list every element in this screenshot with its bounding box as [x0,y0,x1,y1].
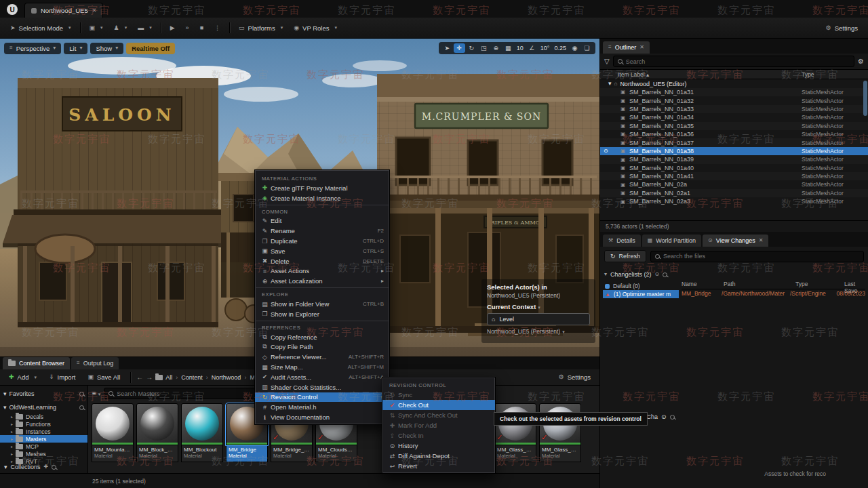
context-menu-item[interactable]: ❐ Show in Explorer [255,309,389,319]
submenu-item[interactable]: ⇪ Check In [382,430,495,441]
context-menu-item[interactable]: ⧉ Copy Reference [255,332,389,342]
search-icon[interactable] [79,392,84,396]
outliner-row[interactable]: SM_Barrels_NN_01a32 StaticMeshActor [600,96,868,104]
column-path[interactable]: Path [724,281,795,289]
outliner-tab[interactable]: Outliner [603,41,650,54]
rotation-snap-toggle[interactable] [526,43,538,53]
cinematics-button[interactable] [133,22,157,34]
outliner-scrollbar[interactable] [863,81,867,116]
submenu-item[interactable]: ⇅ Sync And Check Out [382,410,495,420]
context-menu-item[interactable]: ▦ Size Map... ALT+SHIFT+M [255,362,389,372]
context-menu-item[interactable]: ✚ Create glTF Proxy Material [255,183,389,193]
context-menu-item[interactable]: ❐ Duplicate CTRL+D [255,236,389,246]
close-tab-icon[interactable] [92,8,97,14]
grid-snap-value[interactable]: 10 [515,45,526,52]
folder-row[interactable]: Meshes [0,450,87,458]
submenu-item[interactable]: ↩ Revert [382,461,495,471]
eye-icon[interactable] [661,414,667,420]
lit-dropdown[interactable]: Lit [64,43,87,54]
play-options-button[interactable] [210,22,225,34]
outliner-row[interactable]: SM_Barrels_NN_01a35 StaticMeshActor [600,122,868,130]
rotate-tool[interactable] [466,43,477,53]
collections-section[interactable]: Collections [0,462,87,472]
outliner-row[interactable]: SM_Barrels_NN_01a41 StaticMeshActor [600,172,868,180]
changelists-header[interactable]: Changelists (2) [604,271,667,278]
breadcrumb-item[interactable]: Northwood [203,374,241,381]
outliner-settings-icon[interactable] [858,58,864,65]
move-tool[interactable] [454,43,465,53]
submenu-item[interactable]: ✚ Mark For Add [382,420,495,430]
folder-row[interactable]: Decals [0,413,87,420]
outliner-row[interactable]: SM_Barrels_NN_01a36 StaticMeshActor [600,130,868,138]
breadcrumb-item[interactable]: Content [172,374,203,381]
folder-row[interactable]: Masters [0,435,87,443]
context-menu-item[interactable]: # Open Material.h [255,402,389,412]
outliner-row[interactable]: SM_Barrels_NN_01a39 StaticMeshActor [600,155,868,163]
folder-row[interactable]: MCP [0,443,87,450]
selection-mode-dropdown[interactable]: Selection Mode [5,22,76,35]
search-icon[interactable] [52,465,56,470]
search-icon[interactable] [79,405,84,410]
changelist-row[interactable]: ▲ (1) Optimize master m [603,290,679,298]
context-menu-item[interactable]: ◈ Create Material Instance [255,193,389,203]
realtime-off-button[interactable]: Realtime Off [126,43,175,54]
context-menu-item[interactable]: ℹ View Documentation [255,412,389,422]
context-menu-item[interactable]: ↻ Revision Control [255,392,389,403]
context-menu-item[interactable]: ✖ Delete DELETE [255,256,389,266]
select-tool[interactable] [441,43,453,53]
outliner-row[interactable]: SM_Barrels_NN_02a1 StaticMeshActor [600,189,868,197]
asset-tile[interactable]: ✓ MM_Mountains_01a Material [92,403,134,462]
file-row[interactable]: MM_Bridge /Game/Northwood/Mater /Script/… [682,290,865,298]
changelist-row[interactable]: Default (0) [603,282,679,290]
perspective-dropdown[interactable]: Perspective [4,43,61,54]
outliner-row[interactable]: SM_Barrels_NN_01a40 StaticMeshActor [600,164,868,172]
outliner-row[interactable]: SM_Barrels_NN_01a33 StaticMeshActor [600,105,868,113]
column-item-label[interactable]: Item Label ▴ [618,71,802,78]
tab-output-log[interactable]: Output Log [71,357,119,369]
unreal-logo-icon[interactable]: U [7,4,18,15]
outliner-search-box[interactable] [613,56,854,67]
submenu-item[interactable]: ⇄ Diff Against Depot [382,451,495,461]
context-menu-item[interactable]: ✔ Audit Assets... ALT+SHIFT+A [255,372,389,382]
submenu-item[interactable]: ↻ Sync [382,390,495,400]
tab-view-changes[interactable]: View Changes [703,235,768,247]
maximize-viewport-button[interactable] [581,43,593,53]
outliner-row[interactable]: SM_Barrels_NN_02a3 StaticMeshActor [600,197,868,205]
outliner-search-input[interactable] [626,58,850,65]
files-search-box[interactable] [650,251,864,262]
rotation-snap-value[interactable]: 10° [538,45,552,52]
context-menu-item[interactable]: ▤ Show in Folder View CTRL+B [255,299,389,309]
content-settings-button[interactable]: Settings [554,371,595,384]
add-collection-icon[interactable] [44,464,49,470]
show-dropdown[interactable]: Show [90,43,123,54]
favorites-section[interactable]: Favorites [0,388,87,399]
context-menu-item[interactable]: ⊕ Asset Localization [255,276,389,286]
back-icon[interactable] [136,374,143,381]
asset-tile[interactable]: ✓ MM_Blockout Material [181,403,223,462]
import-button[interactable]: Import [44,371,80,384]
outliner-row[interactable]: SM_Barrels_NN_01a37 StaticMeshActor [600,138,868,146]
filters-button[interactable] [92,390,100,397]
scale-snap-value[interactable]: 0.25 [552,45,568,52]
context-menu-item[interactable]: ◇ Reference Viewer... ALT+SHIFT+R [255,352,389,362]
refresh-button[interactable]: Refresh [604,250,646,262]
column-last-save[interactable]: Last Save [844,281,865,289]
close-tab-icon[interactable] [759,238,764,243]
outliner-row[interactable]: SM_Barrels_NN_01a34 StaticMeshActor [600,113,868,121]
outliner-row[interactable]: SM_Barrels_NN_01a31 StaticMeshActor [600,88,868,96]
add-actor-button[interactable] [85,22,108,34]
close-panel-icon[interactable] [639,45,644,50]
vp-roles-dropdown[interactable]: VP Roles [289,22,342,35]
search-icon[interactable] [663,272,667,277]
project-section[interactable]: OldWestLearning [0,402,87,413]
save-all-button[interactable]: Save All [83,371,125,384]
camera-speed-button[interactable] [569,43,580,53]
context-menu-item[interactable]: ✎ Rename F2 [255,226,389,236]
context-menu-item[interactable]: ▥ Shader Cook Statistics... [255,382,389,392]
skip-button[interactable] [181,22,194,34]
platforms-dropdown[interactable]: Platforms [234,22,288,35]
submenu-item[interactable]: ✔ Check Out [382,400,495,410]
expand-caret-icon[interactable] [608,81,612,87]
context-menu-item[interactable]: ✎ Edit [255,216,389,226]
current-context-header[interactable]: Current Context [487,303,590,310]
